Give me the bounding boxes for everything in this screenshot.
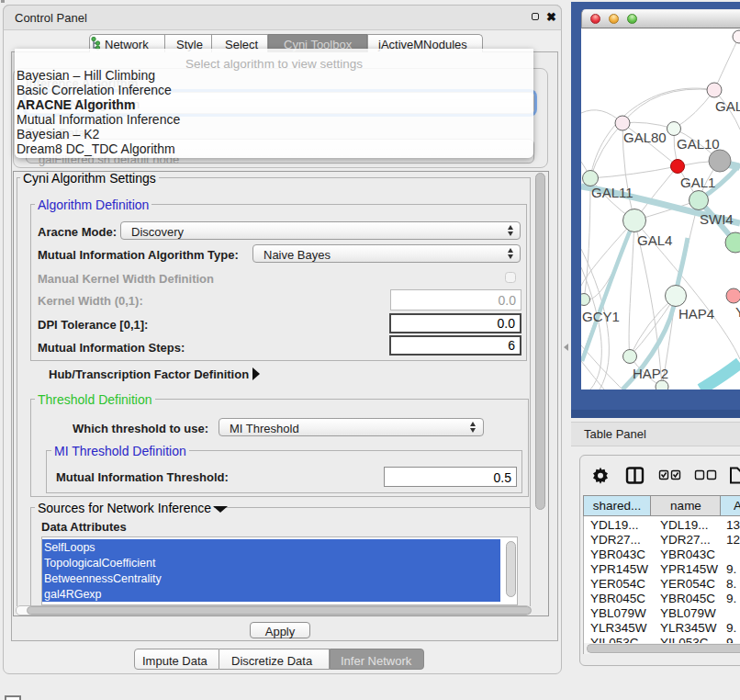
svg-text:GAL1: GAL1 [680, 175, 715, 190]
svg-text:GCY1: GCY1 [582, 309, 620, 324]
svg-text:GAL10: GAL10 [677, 136, 720, 152]
svg-text:GAL7: GAL7 [715, 98, 740, 114]
svg-text:SWI4: SWI4 [700, 211, 734, 227]
svg-text:GAL11: GAL11 [591, 185, 633, 200]
svg-text:GAL80: GAL80 [623, 130, 667, 145]
svg-text:GAL4: GAL4 [637, 232, 672, 248]
svg-text:HAP2: HAP2 [633, 366, 668, 381]
svg-text:HAP4: HAP4 [678, 306, 714, 322]
svg-text:Y: Y [735, 304, 740, 320]
